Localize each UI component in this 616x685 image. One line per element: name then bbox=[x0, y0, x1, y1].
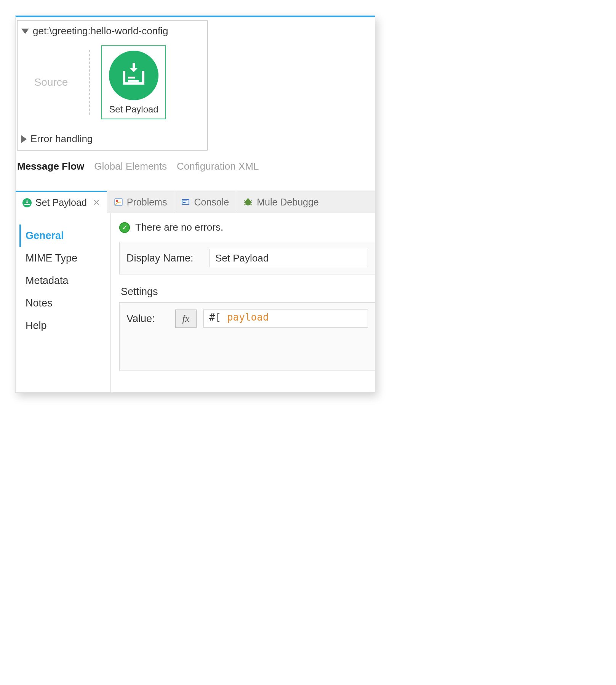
view-tab-problems[interactable]: Problems bbox=[107, 191, 174, 213]
settings-section-label: Settings bbox=[121, 286, 375, 298]
collapse-icon[interactable] bbox=[21, 29, 29, 34]
nav-metadata[interactable]: Metadata bbox=[19, 270, 107, 292]
error-handling-section[interactable]: Error handling bbox=[21, 133, 203, 145]
flow-canvas[interactable]: get:\greeting:hello-world-config Source bbox=[16, 16, 375, 191]
console-icon bbox=[181, 197, 190, 207]
properties-side-nav: General MIME Type Metadata Notes Help bbox=[16, 213, 111, 392]
svg-rect-9 bbox=[183, 202, 186, 203]
expr-keyword: payload bbox=[227, 311, 269, 323]
nav-mime-type[interactable]: MIME Type bbox=[19, 247, 107, 270]
view-tab-mule-debugger[interactable]: Mule Debugge bbox=[236, 191, 326, 213]
status-message: There are no errors. bbox=[135, 221, 223, 233]
error-handling-label: Error handling bbox=[30, 133, 93, 145]
editor-bottom-tabs: Message Flow Global Elements Configurati… bbox=[16, 151, 375, 181]
view-tab-label: Console bbox=[194, 197, 229, 208]
set-payload-icon bbox=[109, 51, 158, 100]
view-tab-label: Problems bbox=[127, 197, 167, 208]
close-icon[interactable]: ✕ bbox=[93, 198, 100, 208]
flow-source-lane[interactable]: Source bbox=[24, 76, 78, 88]
flow-header[interactable]: get:\greeting:hello-world-config bbox=[21, 25, 203, 37]
value-label: Value: bbox=[126, 313, 168, 325]
svg-rect-7 bbox=[182, 200, 189, 204]
status-ok-icon: ✓ bbox=[119, 222, 130, 233]
view-tab-set-payload[interactable]: Set Payload ✕ bbox=[16, 191, 107, 213]
properties-panel: Set Payload ✕ Problems bbox=[16, 191, 375, 392]
view-tabs: Set Payload ✕ Problems bbox=[16, 191, 375, 213]
expr-prefix: #[ bbox=[209, 311, 221, 323]
svg-point-5 bbox=[116, 200, 118, 202]
problems-icon bbox=[114, 197, 123, 207]
status-row: ✓ There are no errors. bbox=[119, 221, 375, 242]
flow-container[interactable]: get:\greeting:hello-world-config Source bbox=[17, 20, 208, 151]
view-tab-console[interactable]: Console bbox=[174, 191, 236, 213]
display-name-label: Display Name: bbox=[126, 252, 203, 264]
tab-message-flow[interactable]: Message Flow bbox=[17, 160, 84, 172]
view-tab-label: Set Payload bbox=[35, 197, 87, 208]
display-name-input[interactable] bbox=[210, 249, 368, 267]
value-expression-input[interactable]: #[ payload bbox=[203, 310, 368, 328]
svg-rect-3 bbox=[24, 204, 30, 205]
nav-notes[interactable]: Notes bbox=[19, 292, 107, 314]
tab-global-elements[interactable]: Global Elements bbox=[94, 160, 167, 172]
expand-icon[interactable] bbox=[21, 135, 27, 143]
fx-toggle-button[interactable]: fx bbox=[175, 310, 197, 328]
bug-icon bbox=[243, 197, 253, 207]
svg-point-11 bbox=[247, 199, 250, 201]
svg-rect-1 bbox=[128, 80, 139, 82]
processor-set-payload[interactable]: Set Payload bbox=[101, 45, 166, 119]
ide-window: get:\greeting:hello-world-config Source bbox=[15, 15, 375, 393]
flow-title: get:\greeting:hello-world-config bbox=[33, 25, 168, 37]
nav-help[interactable]: Help bbox=[19, 314, 107, 337]
lane-divider bbox=[89, 50, 90, 115]
svg-rect-0 bbox=[128, 77, 135, 79]
svg-rect-8 bbox=[183, 201, 187, 201]
set-payload-tab-icon bbox=[22, 198, 32, 207]
tab-configuration-xml[interactable]: Configuration XML bbox=[177, 160, 259, 172]
properties-form: ✓ There are no errors. Display Name: Set… bbox=[111, 213, 375, 392]
view-tab-label: Mule Debugge bbox=[257, 197, 319, 208]
nav-general[interactable]: General bbox=[19, 225, 107, 247]
processor-label: Set Payload bbox=[109, 104, 158, 115]
